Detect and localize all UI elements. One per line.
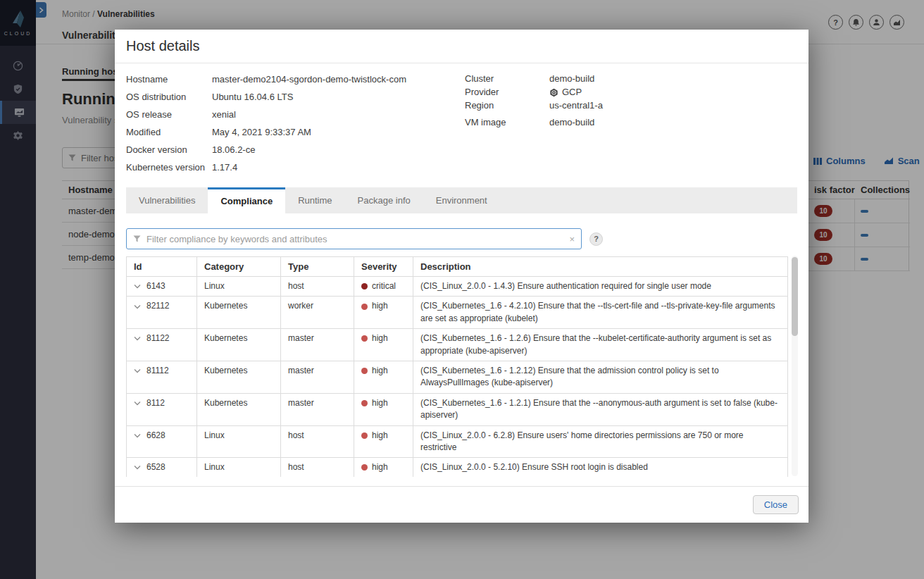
info-label: Docker version <box>126 144 212 156</box>
info-label: OS release <box>126 108 212 120</box>
tab-compliance[interactable]: Compliance <box>208 187 285 213</box>
info-value: 18.06.2-ce <box>212 144 255 156</box>
table-row[interactable]: 6628 Linux host high (CIS_Linux_2.0.0 - … <box>127 425 788 458</box>
table-row[interactable]: 8112 Kubernetes master high (CIS_Kuberne… <box>127 393 788 425</box>
info-value: demo-build <box>549 73 594 85</box>
tab-package-info[interactable]: Package info <box>345 187 423 213</box>
severity-dot-high <box>361 464 368 471</box>
info-label: VM image <box>465 117 549 128</box>
modal-header: Host details <box>115 30 808 63</box>
info-label: OS distribution <box>126 91 212 103</box>
chevron-down-icon[interactable] <box>134 401 141 406</box>
severity-dot-high <box>361 432 368 439</box>
filter-help-icon[interactable]: ? <box>589 232 603 246</box>
column-header-id[interactable]: Id <box>127 257 197 277</box>
funnel-icon <box>133 235 141 242</box>
tab-vulnerabilities[interactable]: Vulnerabilities <box>126 187 208 213</box>
host-info: Hostnamemaster-demo2104-sgordon-demo-twi… <box>126 73 797 173</box>
info-label: Hostname <box>126 73 212 85</box>
close-button[interactable]: Close <box>753 495 799 514</box>
info-value: Ubuntu 16.04.6 LTS <box>212 91 293 103</box>
chevron-down-icon[interactable] <box>134 336 141 341</box>
table-row[interactable]: 6528 Linux host high (CIS_Linux_2.0.0 - … <box>127 458 788 477</box>
severity-dot-high <box>361 368 368 374</box>
info-value: master-demo2104-sgordon-demo-twistlock-c… <box>212 73 406 85</box>
table-row[interactable]: 81122 Kubernetes master high (CIS_Kubern… <box>127 329 788 361</box>
column-header-type[interactable]: Type <box>281 257 354 277</box>
column-header-description[interactable]: Description <box>413 257 788 277</box>
host-info-left: Hostnamemaster-demo2104-sgordon-demo-twi… <box>126 73 465 173</box>
chevron-down-icon[interactable] <box>134 465 141 470</box>
compliance-table: Id Category Type Severity Description 61… <box>126 256 788 477</box>
chevron-down-icon[interactable] <box>134 368 141 373</box>
compliance-filter-row: × ? <box>126 228 797 249</box>
info-label: Region <box>465 100 549 111</box>
host-info-right: Clusterdemo-build Provider GCP Regionus-… <box>465 73 603 173</box>
modal-title: Host details <box>126 38 200 54</box>
column-header-category[interactable]: Category <box>197 257 281 277</box>
chevron-down-icon[interactable] <box>134 284 141 289</box>
provider-value: GCP <box>549 87 582 98</box>
info-label: Cluster <box>465 73 549 85</box>
info-label: Modified <box>126 126 212 138</box>
tab-environment[interactable]: Environment <box>423 187 500 213</box>
compliance-table-wrap: Id Category Type Severity Description 61… <box>126 256 788 477</box>
host-details-modal: Host details Hostnamemaster-demo2104-sgo… <box>115 30 808 523</box>
info-value: xenial <box>212 108 236 120</box>
compliance-filter-wrap: × <box>126 228 582 249</box>
info-value: us-central1-a <box>549 100 603 111</box>
severity-dot-critical <box>361 283 368 290</box>
chevron-down-icon[interactable] <box>134 304 141 309</box>
info-value: May 4, 2021 9:33:37 AM <box>212 126 311 138</box>
tab-runtime[interactable]: Runtime <box>285 187 344 213</box>
modal-tabs: Vulnerabilities Compliance Runtime Packa… <box>126 187 797 213</box>
chevron-down-icon[interactable] <box>134 433 141 438</box>
table-row[interactable]: 81112 Kubernetes master high (CIS_Kubern… <box>127 361 788 393</box>
severity-dot-high <box>361 335 368 342</box>
modal-footer: Close <box>115 486 808 523</box>
info-label: Kubernetes version <box>126 161 212 173</box>
info-value: 1.17.4 <box>212 161 237 173</box>
gcp-icon <box>549 88 558 97</box>
severity-dot-high <box>361 304 368 310</box>
severity-dot-high <box>361 400 368 406</box>
table-row[interactable]: 6143 Linux host critical (CIS_Linux_2.0.… <box>127 277 788 297</box>
info-value: demo-build <box>549 117 594 128</box>
table-scrollbar[interactable] <box>792 256 798 476</box>
compliance-filter-input[interactable] <box>146 234 563 244</box>
table-header-row: Id Category Type Severity Description <box>127 257 788 277</box>
clear-filter-icon[interactable]: × <box>569 234 575 244</box>
column-header-severity[interactable]: Severity <box>354 257 413 277</box>
scrollbar-thumb[interactable] <box>792 257 798 336</box>
table-row[interactable]: 82112 Kubernetes worker high (CIS_Kubern… <box>127 297 788 329</box>
modal-body: Hostnamemaster-demo2104-sgordon-demo-twi… <box>115 63 808 486</box>
info-label: Provider <box>465 87 549 98</box>
